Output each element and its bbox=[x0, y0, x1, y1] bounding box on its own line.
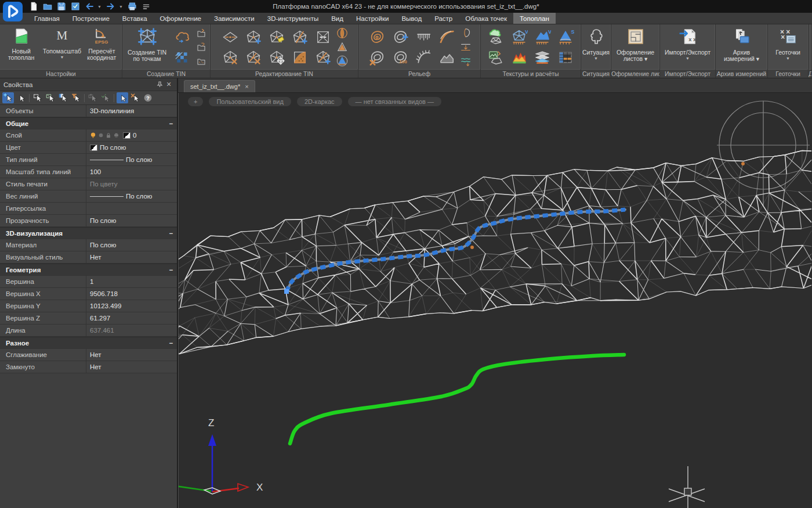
close-icon[interactable]: ✕ bbox=[164, 80, 173, 89]
property-value[interactable]: 9506.718 bbox=[86, 288, 177, 300]
menu-item-вывод[interactable]: Вывод bbox=[395, 13, 428, 24]
profile-mountains-icon[interactable] bbox=[435, 47, 458, 67]
property-value[interactable]: 3D-полилиния bbox=[86, 105, 177, 117]
select-invert-icon[interactable] bbox=[57, 92, 69, 103]
collapse-icon[interactable]: − bbox=[165, 228, 177, 239]
select-append-icon[interactable] bbox=[2, 92, 14, 103]
property-value[interactable]: 1 bbox=[86, 276, 177, 287]
undo-list-caret-icon[interactable]: ▼ bbox=[97, 5, 103, 9]
menu-item-оформление[interactable]: Оформление bbox=[154, 13, 208, 24]
slope-tri-blue-icon[interactable] bbox=[335, 54, 350, 68]
contour-100-icon[interactable]: 100 bbox=[389, 47, 412, 67]
cloud-tin-green-icon[interactable] bbox=[484, 27, 507, 47]
menu-item-зависимости[interactable]: Зависимости bbox=[208, 13, 261, 24]
open-folder-icon[interactable] bbox=[42, 1, 53, 12]
menu-item-вид[interactable]: Вид bbox=[325, 13, 350, 24]
view-name-control[interactable]: Пользовательский вид bbox=[209, 97, 291, 106]
property-value[interactable]: По слою bbox=[86, 190, 177, 202]
ribbon-button-epsg[interactable]: EPSGПересчёт координат bbox=[83, 26, 121, 69]
tin-del-point-icon[interactable] bbox=[219, 47, 242, 67]
selection-filter-icon[interactable] bbox=[70, 92, 82, 103]
property-value[interactable]: По слою bbox=[86, 154, 177, 165]
property-value[interactable]: 100 bbox=[86, 166, 177, 178]
property-value[interactable]: Нет bbox=[86, 251, 177, 263]
property-value[interactable]: 0 bbox=[86, 129, 177, 141]
tin-erase-icon[interactable] bbox=[265, 27, 288, 47]
ribbon-button-import-export[interactable]: x xИмпорт/Экспорт▼ bbox=[661, 26, 714, 69]
tin-move-point-icon[interactable] bbox=[265, 47, 288, 67]
viewport[interactable]: ZX +Пользовательский вид2D-каркас— нет с… bbox=[178, 93, 812, 508]
contour-half-icon[interactable] bbox=[458, 26, 473, 40]
select-crossing-icon[interactable] bbox=[45, 92, 56, 103]
import-surface-icon[interactable] bbox=[194, 26, 209, 40]
menu-item-настройки[interactable]: Настройки bbox=[350, 13, 395, 24]
property-value[interactable]: Нет bbox=[86, 349, 177, 361]
tin-add-point-icon[interactable] bbox=[242, 27, 265, 47]
property-value[interactable]: Нет bbox=[86, 361, 177, 373]
property-value[interactable]: 61.297 bbox=[86, 312, 177, 324]
layer-state-icons[interactable] bbox=[90, 132, 119, 139]
ribbon-button-archive[interactable]: Архив измерений ▾ bbox=[717, 26, 766, 69]
property-value[interactable] bbox=[86, 203, 177, 214]
pointer-mode-icon[interactable] bbox=[117, 92, 128, 103]
print-icon[interactable] bbox=[126, 1, 138, 12]
clear-selection-icon[interactable] bbox=[129, 92, 141, 103]
image-tin-icon[interactable] bbox=[484, 47, 507, 67]
tin-add-break-icon[interactable] bbox=[288, 27, 311, 47]
ribbon-button-doc-new-topo[interactable]: Новый топоплан bbox=[1, 26, 41, 69]
ribbon-button-letter-m[interactable]: MТопомасштаб▼ bbox=[41, 26, 82, 69]
contour-add-icon[interactable] bbox=[389, 27, 412, 47]
select-cursor-icon[interactable] bbox=[15, 92, 27, 103]
redo-icon[interactable] bbox=[105, 1, 117, 12]
menu-item-облака-точек[interactable]: Облака точек bbox=[459, 13, 513, 24]
save-icon[interactable] bbox=[56, 1, 67, 12]
ribbon-button-geopoints[interactable]: × ××Геоточки▼ bbox=[769, 26, 807, 69]
contours-orange-icon[interactable] bbox=[365, 27, 389, 47]
select-window-icon[interactable] bbox=[32, 92, 44, 103]
undo-icon[interactable] bbox=[84, 1, 95, 12]
tin-volume-icon[interactable]: V bbox=[507, 27, 531, 47]
property-value[interactable]: По слою bbox=[86, 142, 177, 153]
cone-slope-icon[interactable]: S bbox=[554, 27, 577, 47]
tin-del-face-icon[interactable] bbox=[242, 47, 265, 67]
level-drop-icon[interactable] bbox=[458, 40, 473, 54]
menu-item-растр[interactable]: Растр bbox=[428, 13, 459, 24]
arc-smooth-icon[interactable] bbox=[435, 27, 458, 47]
cloud-points-icon[interactable] bbox=[171, 27, 194, 47]
new-document-icon[interactable] bbox=[28, 1, 39, 12]
linked-views-control[interactable]: — нет связанных видов — bbox=[348, 97, 441, 106]
menu-item-3d-инструменты[interactable]: 3D-инструменты bbox=[261, 13, 325, 24]
ribbon-button-tree[interactable]: Ситуация▼ bbox=[582, 26, 610, 69]
redo-list-caret-icon[interactable]: ▼ bbox=[119, 5, 124, 9]
grip-point[interactable] bbox=[284, 289, 289, 294]
import-surface2-icon[interactable] bbox=[194, 40, 209, 54]
document-tab[interactable]: set_iz_txt__.dwg* × bbox=[184, 80, 255, 92]
nanocad-logo-icon[interactable] bbox=[2, 1, 23, 22]
menu-item-главная[interactable]: Главная bbox=[28, 13, 66, 24]
layer-color-swatch[interactable] bbox=[123, 132, 130, 139]
collapse-icon[interactable]: − bbox=[165, 118, 177, 129]
tin-fill-area-icon[interactable] bbox=[288, 47, 311, 67]
circle-split-icon[interactable] bbox=[335, 26, 350, 40]
viewport-menu-button[interactable]: + bbox=[188, 97, 203, 106]
tab-close-icon[interactable]: × bbox=[245, 84, 248, 89]
menu-item-топоплан[interactable]: Топоплан bbox=[513, 13, 556, 24]
green-polyline[interactable] bbox=[290, 355, 624, 444]
boundary-dashed-icon[interactable] bbox=[311, 27, 335, 47]
tin-surface-mesh[interactable] bbox=[179, 150, 811, 354]
property-value[interactable]: По слою bbox=[86, 215, 177, 226]
slope-tri-icon[interactable] bbox=[335, 40, 350, 54]
save-check-icon[interactable] bbox=[70, 1, 81, 12]
help-icon[interactable]: ? bbox=[142, 92, 154, 103]
tin-add-line-icon[interactable] bbox=[311, 47, 335, 67]
mount-volume-icon[interactable]: V bbox=[531, 27, 554, 47]
table-color-icon[interactable] bbox=[554, 47, 577, 67]
ribbon-button-sheet-layout[interactable]: Оформление листов ▾ bbox=[612, 26, 658, 69]
ribbon-button-tin-points[interactable]: Создание TIN по точкам bbox=[124, 26, 171, 69]
waves-count-icon[interactable] bbox=[458, 54, 473, 68]
slope-ticks-icon[interactable] bbox=[412, 27, 435, 47]
ray-fan-icon[interactable] bbox=[412, 47, 435, 67]
menu-item-построение[interactable]: Построение bbox=[66, 13, 116, 24]
customize-toolbar-icon[interactable] bbox=[140, 1, 152, 12]
tin-edge-swap-icon[interactable] bbox=[219, 27, 242, 47]
